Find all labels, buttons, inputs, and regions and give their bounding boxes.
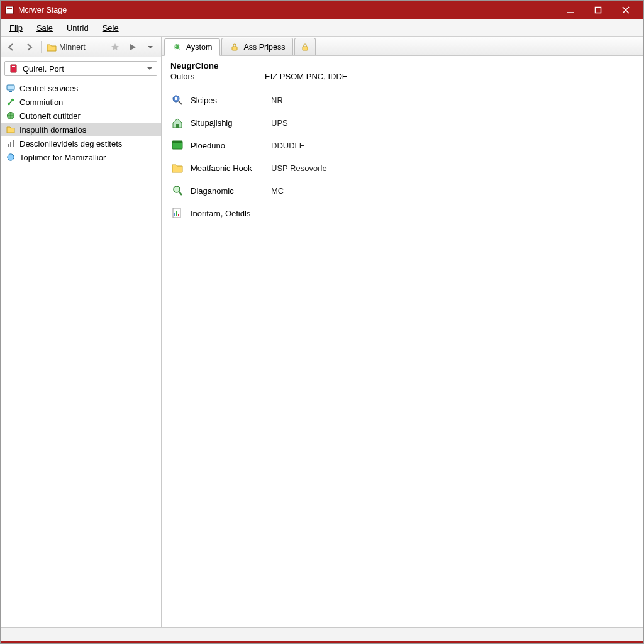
svg-line-28 [179, 192, 182, 195]
svg-rect-20 [303, 47, 308, 50]
svg-rect-19 [232, 47, 237, 50]
window-title: Mcrwer Stage [18, 6, 67, 14]
app-icon [4, 5, 14, 15]
folder-icon [170, 161, 184, 175]
report-icon [170, 206, 184, 220]
network-icon [6, 97, 16, 107]
tab-extra[interactable] [294, 38, 316, 55]
dropdown-button[interactable] [143, 40, 157, 54]
tab-row: Aystom Ass Pripess [162, 37, 643, 56]
combo-label: Quirel. Port [23, 64, 64, 74]
detail-row[interactable]: Meatfaonic Hook USP Resovorle [170, 157, 635, 179]
chart-icon [6, 138, 16, 148]
tree-node-desclon[interactable]: Desclonilevidels deg estitets [1, 136, 161, 150]
svg-rect-31 [176, 211, 177, 216]
house-icon [170, 116, 184, 130]
tree-node-commiution[interactable]: Commiution [1, 95, 161, 109]
svg-rect-32 [178, 214, 179, 216]
tab-label: Ass Pripess [243, 43, 285, 52]
chevron-down-icon [147, 65, 153, 72]
detail-pane: NeugrCione Oulors EIZ PSOM PNC, IDDE Slc… [162, 56, 643, 627]
svg-rect-3 [596, 8, 601, 13]
svg-rect-1 [7, 8, 12, 9]
detail-row[interactable]: Ploeduno DDUDLE [170, 134, 635, 157]
tree-node-inspuith[interactable]: Inspuith dormatios [1, 123, 161, 136]
svg-rect-6 [11, 65, 16, 72]
tab-aystom[interactable]: Aystom [164, 38, 220, 56]
magnifier-icon [170, 184, 184, 197]
detail-row[interactable]: Inoritarn, Oefidls [170, 202, 635, 225]
search-icon [170, 93, 184, 107]
window-icon [170, 138, 184, 152]
sidebar-combo[interactable]: Quirel. Port [4, 61, 157, 76]
menu-sale[interactable]: Sale [30, 21, 59, 35]
svg-rect-26 [172, 141, 182, 143]
detail-row[interactable]: Diaganomic MC [170, 179, 635, 202]
tree-label: Desclonilevidels deg estitets [19, 139, 122, 148]
detail-value: MC [271, 186, 284, 196]
svg-rect-0 [6, 6, 13, 14]
detail-row[interactable]: Situpajishig UPS [170, 111, 635, 134]
tree-node-centrel-services[interactable]: Centrel services [1, 81, 161, 95]
pane-subrow: Oulors EIZ PSOM PNC, IDDE [170, 72, 635, 81]
detail-key: Situpajishig [191, 118, 265, 128]
sidebar-tree: Centrel services Commiution Outoneft out… [1, 80, 161, 165]
tree-label: Inspuith dormatios [19, 125, 86, 135]
tree-label: Toplimer for Mamizallior [19, 153, 106, 162]
pane-sub-label: Oulors [170, 72, 265, 81]
play-button[interactable] [126, 40, 140, 54]
svg-point-22 [175, 97, 177, 100]
tree-node-toplimer[interactable]: Toplimer for Mamizallior [1, 150, 161, 164]
tree-node-outoneft[interactable]: Outoneft outitder [1, 109, 161, 123]
refresh-icon [172, 42, 182, 52]
detail-key: Diaganomic [191, 186, 265, 196]
detail-value: USP Resovorle [271, 164, 327, 173]
folder-breadcrumb[interactable]: Minnert [47, 43, 86, 52]
svg-rect-8 [7, 85, 14, 90]
svg-rect-14 [8, 144, 9, 147]
svg-rect-9 [9, 91, 12, 92]
globe-icon [6, 111, 16, 121]
sidebar: Minnert Quirel. Port [1, 37, 162, 627]
svg-rect-24 [176, 124, 179, 128]
sphere-icon [6, 152, 16, 162]
lock-icon [300, 42, 310, 52]
detail-key: Slcipes [191, 96, 265, 105]
app-window: Mcrwer Stage Flip Sale Untrid Sele [0, 0, 644, 644]
tree-label: Commiution [19, 97, 63, 107]
svg-point-27 [174, 186, 180, 192]
menubar: Flip Sale Untrid Sele [1, 19, 643, 37]
detail-row[interactable]: Slcipes NR [170, 89, 635, 111]
content-area: Minnert Quirel. Port [1, 37, 643, 627]
detail-key: Ploeduno [191, 141, 265, 150]
close-button[interactable] [612, 1, 640, 19]
tree-label: Outoneft outitder [19, 111, 80, 121]
monitor-icon [6, 83, 16, 93]
tab-label: Aystom [186, 43, 212, 52]
menu-sele[interactable]: Sele [96, 21, 125, 35]
tree-label: Centrel services [19, 84, 78, 93]
bottom-accent [1, 641, 643, 643]
favorite-button[interactable] [108, 40, 122, 54]
folder-label: Minnert [59, 43, 86, 52]
minimize-button[interactable] [557, 1, 584, 19]
menu-untrid[interactable]: Untrid [60, 21, 95, 35]
detail-key: Meatfaonic Hook [191, 164, 265, 173]
folder-icon [47, 43, 57, 52]
detail-value: DDUDLE [271, 141, 304, 150]
tab-ass-pripess[interactable]: Ass Pripess [221, 38, 293, 55]
svg-rect-15 [10, 142, 11, 147]
titlebar: Mcrwer Stage [1, 1, 643, 19]
back-button[interactable] [4, 40, 18, 54]
lock-icon [230, 42, 240, 52]
nav-toolbar: Minnert [1, 37, 161, 57]
book-icon [9, 64, 19, 74]
svg-rect-7 [12, 66, 15, 67]
forward-button[interactable] [22, 40, 36, 54]
maximize-button[interactable] [584, 1, 612, 19]
main-panel: Aystom Ass Pripess NeugrCione Oulors EIZ… [162, 37, 643, 627]
svg-line-23 [179, 101, 182, 104]
menu-flip[interactable]: Flip [3, 21, 29, 35]
toolbar-separator [41, 41, 42, 53]
pane-sub-value: EIZ PSOM PNC, IDDE [265, 72, 347, 81]
